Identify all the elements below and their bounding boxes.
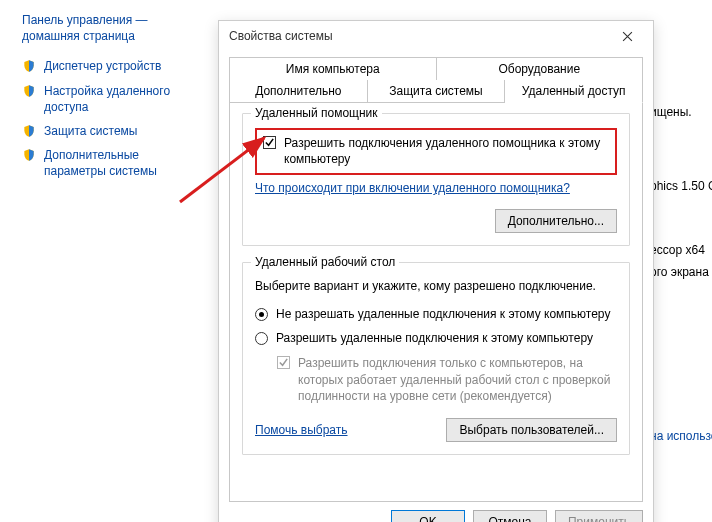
remote-desktop-group: Удаленный рабочий стол Выберите вариант … xyxy=(242,262,630,455)
sidebar-item-system-protection[interactable]: Защита системы xyxy=(22,123,200,139)
sidebar-item-remote-settings[interactable]: Настройка удаленного доступа xyxy=(22,83,200,115)
control-panel-home-link[interactable]: Панель управления — домашняя страница xyxy=(22,12,200,44)
what-happens-link[interactable]: Что происходит при включении удаленного … xyxy=(255,181,570,195)
help-choose-link[interactable]: Помочь выбрать xyxy=(255,423,348,437)
group-label: Удаленный помощник xyxy=(251,106,382,120)
radio-allow-row[interactable]: Разрешить удаленные подключения к этому … xyxy=(255,331,617,345)
checkmark-icon xyxy=(278,357,289,368)
sidebar-item-advanced-settings[interactable]: Дополнительные параметры системы xyxy=(22,147,200,179)
tab-row-top: Имя компьютера Оборудование xyxy=(229,57,643,80)
shield-icon xyxy=(22,84,36,98)
allow-remote-assist-checkbox[interactable] xyxy=(263,136,276,149)
sidebar-item-label: Диспетчер устройств xyxy=(44,58,161,74)
radio-allow[interactable] xyxy=(255,332,268,345)
nla-sub-option: Разрешить подключения только с компьютер… xyxy=(277,355,617,404)
tab-hardware[interactable]: Оборудование xyxy=(437,57,644,80)
close-button[interactable] xyxy=(611,24,643,48)
sidebar-item-label: Дополнительные параметры системы xyxy=(44,147,200,179)
dialog-title: Свойства системы xyxy=(229,29,333,43)
select-users-button[interactable]: Выбрать пользователей... xyxy=(446,418,617,442)
system-properties-dialog: Свойства системы Имя компьютера Оборудов… xyxy=(218,20,654,522)
tab-advanced[interactable]: Дополнительно xyxy=(229,80,368,102)
allow-remote-assist-label: Разрешить подключения удаленного помощни… xyxy=(284,135,609,167)
remote-assistance-group: Удаленный помощник Разрешить подключения… xyxy=(242,113,630,246)
radio-deny-label: Не разрешать удаленные подключения к это… xyxy=(276,307,610,321)
tab-system-protection[interactable]: Защита системы xyxy=(368,80,506,102)
dialog-button-row: OK Отмена Применить xyxy=(219,502,653,522)
nla-label: Разрешить подключения только с компьютер… xyxy=(298,355,617,404)
sidebar-item-label: Защита системы xyxy=(44,123,137,139)
highlighted-option: Разрешить подключения удаленного помощни… xyxy=(255,128,617,175)
tab-page-remote: Удаленный помощник Разрешить подключения… xyxy=(229,102,643,502)
remote-desktop-description: Выберите вариант и укажите, кому разреше… xyxy=(255,279,617,293)
remote-assist-advanced-button[interactable]: Дополнительно... xyxy=(495,209,617,233)
close-icon xyxy=(622,31,633,42)
control-panel-sidebar: Панель управления — домашняя страница Ди… xyxy=(0,0,210,200)
radio-deny[interactable] xyxy=(255,308,268,321)
tab-row-bottom: Дополнительно Защита системы Удаленный д… xyxy=(229,80,643,102)
sidebar-item-label: Настройка удаленного доступа xyxy=(44,83,200,115)
shield-icon xyxy=(22,148,36,162)
nla-checkbox xyxy=(277,356,290,369)
checkmark-icon xyxy=(264,137,275,148)
tab-computer-name[interactable]: Имя компьютера xyxy=(229,57,437,80)
apply-button[interactable]: Применить xyxy=(555,510,643,522)
radio-allow-label: Разрешить удаленные подключения к этому … xyxy=(276,331,593,345)
shield-icon xyxy=(22,124,36,138)
tab-remote[interactable]: Удаленный доступ xyxy=(505,80,643,103)
dialog-titlebar: Свойства системы xyxy=(219,21,653,51)
sidebar-item-device-manager[interactable]: Диспетчер устройств xyxy=(22,58,200,74)
cancel-button[interactable]: Отмена xyxy=(473,510,547,522)
group-label: Удаленный рабочий стол xyxy=(251,255,399,269)
shield-icon xyxy=(22,59,36,73)
radio-deny-row[interactable]: Не разрешать удаленные подключения к это… xyxy=(255,307,617,321)
ok-button[interactable]: OK xyxy=(391,510,465,522)
